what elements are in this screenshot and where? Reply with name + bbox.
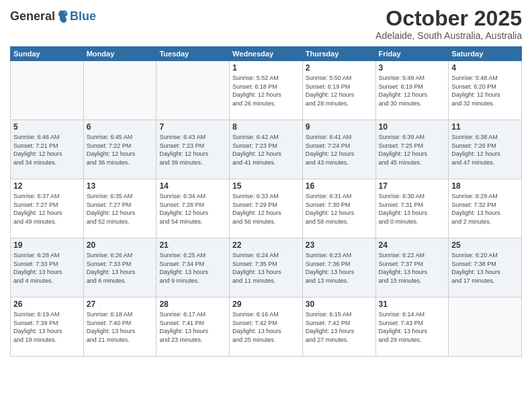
day-info: Sunrise: 6:16 AM Sunset: 7:42 PM Dayligh…: [232, 310, 300, 344]
day-info: Sunrise: 5:49 AM Sunset: 6:19 PM Dayligh…: [379, 74, 446, 107]
day-number: 4: [451, 63, 519, 73]
table-row: 2Sunrise: 5:50 AM Sunset: 6:19 PM Daylig…: [302, 61, 375, 120]
day-number: 29: [232, 300, 300, 309]
day-info: Sunrise: 6:33 AM Sunset: 7:29 PM Dayligh…: [232, 192, 300, 226]
day-info: Sunrise: 6:31 AM Sunset: 7:30 PM Dayligh…: [306, 192, 373, 226]
day-number: 17: [379, 181, 446, 191]
day-number: 1: [232, 63, 300, 73]
table-row: 19Sunrise: 6:28 AM Sunset: 7:33 PM Dayli…: [11, 238, 84, 298]
table-row: 29Sunrise: 6:16 AM Sunset: 7:42 PM Dayli…: [230, 298, 303, 357]
day-info: Sunrise: 6:34 AM Sunset: 7:28 PM Dayligh…: [159, 192, 226, 226]
day-number: 8: [232, 122, 300, 132]
day-number: 28: [159, 300, 226, 309]
table-row: [157, 61, 230, 120]
page: General Blue October 2025 Adelaide, Sout…: [0, 0, 532, 411]
table-row: 8Sunrise: 6:42 AM Sunset: 7:23 PM Daylig…: [230, 120, 303, 179]
day-info: Sunrise: 6:43 AM Sunset: 7:23 PM Dayligh…: [159, 133, 226, 167]
col-thursday: Thursday: [302, 47, 375, 61]
table-row: 6Sunrise: 6:45 AM Sunset: 7:22 PM Daylig…: [83, 120, 157, 179]
day-number: 23: [306, 240, 373, 250]
day-number: 3: [379, 63, 446, 73]
table-row: [449, 298, 522, 357]
table-row: [83, 61, 157, 120]
day-number: 19: [13, 240, 81, 250]
table-row: 25Sunrise: 6:20 AM Sunset: 7:38 PM Dayli…: [449, 238, 522, 298]
day-info: Sunrise: 6:19 AM Sunset: 7:39 PM Dayligh…: [13, 310, 81, 344]
day-info: Sunrise: 5:52 AM Sunset: 6:18 PM Dayligh…: [232, 74, 300, 107]
day-number: 22: [232, 240, 300, 250]
day-number: 5: [13, 122, 81, 132]
day-info: Sunrise: 6:15 AM Sunset: 7:42 PM Dayligh…: [306, 310, 373, 344]
table-row: 28Sunrise: 6:17 AM Sunset: 7:41 PM Dayli…: [157, 298, 230, 357]
table-row: 22Sunrise: 6:24 AM Sunset: 7:35 PM Dayli…: [230, 238, 303, 298]
col-saturday: Saturday: [449, 47, 522, 61]
day-number: 30: [306, 300, 373, 309]
logo-blue-text: Blue: [70, 10, 96, 24]
day-number: 31: [379, 300, 446, 309]
table-row: 31Sunrise: 6:14 AM Sunset: 7:43 PM Dayli…: [375, 298, 449, 357]
col-wednesday: Wednesday: [230, 47, 303, 61]
day-number: 13: [87, 181, 154, 191]
day-number: 16: [306, 181, 373, 191]
day-number: 18: [451, 181, 519, 191]
day-info: Sunrise: 6:46 AM Sunset: 7:21 PM Dayligh…: [13, 133, 81, 167]
day-number: 14: [159, 181, 226, 191]
day-info: Sunrise: 6:25 AM Sunset: 7:34 PM Dayligh…: [159, 251, 226, 285]
day-number: 25: [451, 240, 519, 250]
logo-bird-icon: [56, 9, 69, 24]
day-info: Sunrise: 6:38 AM Sunset: 7:26 PM Dayligh…: [451, 133, 519, 167]
table-row: 12Sunrise: 6:37 AM Sunset: 7:27 PM Dayli…: [11, 179, 84, 238]
day-number: 20: [87, 240, 154, 250]
day-info: Sunrise: 5:50 AM Sunset: 6:19 PM Dayligh…: [306, 74, 373, 107]
day-number: 6: [87, 122, 154, 132]
table-row: 7Sunrise: 6:43 AM Sunset: 7:23 PM Daylig…: [157, 120, 230, 179]
day-number: 26: [13, 300, 81, 309]
day-info: Sunrise: 6:17 AM Sunset: 7:41 PM Dayligh…: [159, 310, 226, 344]
table-row: 17Sunrise: 6:30 AM Sunset: 7:31 PM Dayli…: [375, 179, 449, 238]
calendar-week-row: 1Sunrise: 5:52 AM Sunset: 6:18 PM Daylig…: [11, 61, 522, 120]
day-info: Sunrise: 6:22 AM Sunset: 7:37 PM Dayligh…: [379, 251, 446, 285]
day-info: Sunrise: 6:42 AM Sunset: 7:23 PM Dayligh…: [232, 133, 300, 167]
calendar-header-row: Sunday Monday Tuesday Wednesday Thursday…: [11, 47, 522, 61]
day-number: 24: [379, 240, 446, 250]
day-info: Sunrise: 5:48 AM Sunset: 6:20 PM Dayligh…: [451, 74, 519, 107]
day-number: 12: [13, 181, 81, 191]
day-number: 27: [87, 300, 154, 309]
table-row: 13Sunrise: 6:35 AM Sunset: 7:27 PM Dayli…: [83, 179, 157, 238]
col-tuesday: Tuesday: [157, 47, 230, 61]
table-row: 21Sunrise: 6:25 AM Sunset: 7:34 PM Dayli…: [157, 238, 230, 298]
table-row: 11Sunrise: 6:38 AM Sunset: 7:26 PM Dayli…: [449, 120, 522, 179]
table-row: 26Sunrise: 6:19 AM Sunset: 7:39 PM Dayli…: [11, 298, 84, 357]
day-info: Sunrise: 6:41 AM Sunset: 7:24 PM Dayligh…: [306, 133, 373, 167]
day-number: 15: [232, 181, 300, 191]
day-number: 10: [379, 122, 446, 132]
calendar-week-row: 12Sunrise: 6:37 AM Sunset: 7:27 PM Dayli…: [11, 179, 522, 238]
title-block: October 2025 Adelaide, South Australia, …: [375, 7, 522, 41]
table-row: 27Sunrise: 6:18 AM Sunset: 7:40 PM Dayli…: [83, 298, 157, 357]
day-number: 2: [306, 63, 373, 73]
day-info: Sunrise: 6:20 AM Sunset: 7:38 PM Dayligh…: [451, 251, 519, 285]
day-number: 7: [159, 122, 226, 132]
table-row: 30Sunrise: 6:15 AM Sunset: 7:42 PM Dayli…: [302, 298, 375, 357]
month-title: October 2025: [375, 7, 522, 30]
table-row: 20Sunrise: 6:26 AM Sunset: 7:33 PM Dayli…: [83, 238, 157, 298]
calendar-week-row: 19Sunrise: 6:28 AM Sunset: 7:33 PM Dayli…: [11, 238, 522, 298]
table-row: 15Sunrise: 6:33 AM Sunset: 7:29 PM Dayli…: [230, 179, 303, 238]
table-row: 3Sunrise: 5:49 AM Sunset: 6:19 PM Daylig…: [375, 61, 449, 120]
calendar-week-row: 26Sunrise: 6:19 AM Sunset: 7:39 PM Dayli…: [11, 298, 522, 357]
day-info: Sunrise: 6:18 AM Sunset: 7:40 PM Dayligh…: [87, 310, 154, 344]
table-row: 4Sunrise: 5:48 AM Sunset: 6:20 PM Daylig…: [449, 61, 522, 120]
table-row: 14Sunrise: 6:34 AM Sunset: 7:28 PM Dayli…: [157, 179, 230, 238]
location-title: Adelaide, South Australia, Australia: [375, 30, 522, 41]
day-info: Sunrise: 6:39 AM Sunset: 7:25 PM Dayligh…: [379, 133, 446, 167]
calendar-table: Sunday Monday Tuesday Wednesday Thursday…: [10, 46, 522, 357]
day-info: Sunrise: 6:14 AM Sunset: 7:43 PM Dayligh…: [379, 310, 446, 344]
table-row: 16Sunrise: 6:31 AM Sunset: 7:30 PM Dayli…: [302, 179, 375, 238]
calendar-week-row: 5Sunrise: 6:46 AM Sunset: 7:21 PM Daylig…: [11, 120, 522, 179]
day-number: 9: [306, 122, 373, 132]
day-info: Sunrise: 6:29 AM Sunset: 7:32 PM Dayligh…: [451, 192, 519, 226]
day-number: 21: [159, 240, 226, 250]
day-info: Sunrise: 6:35 AM Sunset: 7:27 PM Dayligh…: [87, 192, 154, 226]
table-row: 10Sunrise: 6:39 AM Sunset: 7:25 PM Dayli…: [375, 120, 449, 179]
col-monday: Monday: [83, 47, 157, 61]
